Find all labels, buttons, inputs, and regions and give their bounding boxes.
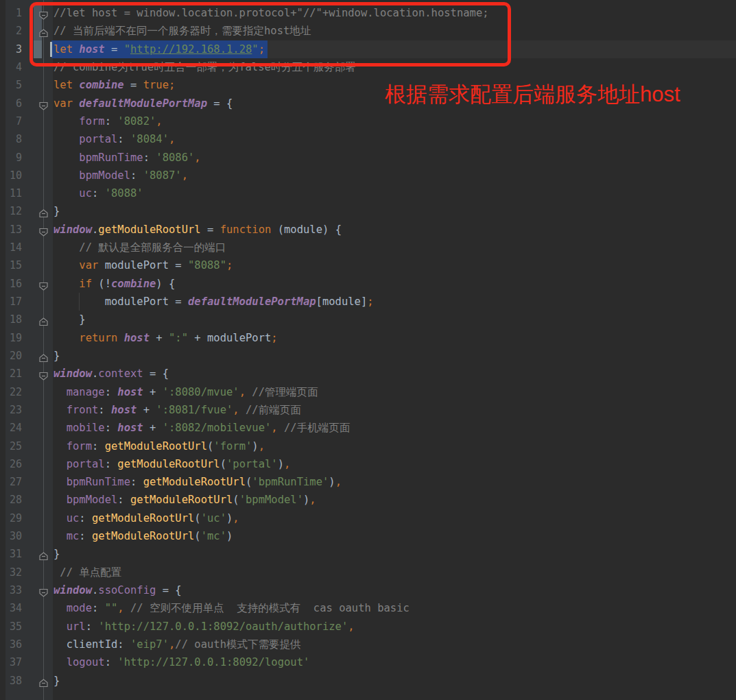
code-line[interactable]: 21window.context = { (0, 365, 736, 383)
code-text[interactable]: if (!combine) { (54, 275, 175, 293)
code-text[interactable]: window.context = { (54, 365, 169, 383)
code-text[interactable]: form: '8082', (54, 112, 163, 130)
code-line[interactable]: 35 url: 'http://127.0.0.1:8092/oauth/aut… (0, 618, 736, 636)
code-line[interactable]: 38} (0, 672, 736, 690)
token-gvar: host (79, 43, 104, 56)
code-line[interactable]: 3let host = "http://192.168.1.28"; (0, 40, 736, 58)
fold-end-icon[interactable] (38, 549, 49, 559)
code-text[interactable]: window.ssoConfig = { (54, 581, 182, 599)
code-text[interactable]: bpmModel: getModuleRootUrl('bpmModel'), (54, 491, 316, 509)
token-punc: ; (169, 79, 175, 91)
code-line[interactable]: 17 modulePort = defaultModulePortMap[mod… (0, 293, 736, 311)
code-text[interactable]: } (54, 672, 60, 690)
token-kw: let (54, 43, 79, 56)
code-line[interactable]: 36 clientId: 'eip7',// oauth模式下需要提供 (0, 636, 736, 653)
code-text[interactable]: mobile: host + ':8082/mobilevue', //手机端页… (54, 419, 350, 437)
code-line[interactable]: 30 mc: getModuleRootUrl('mc') (0, 527, 736, 545)
code-line[interactable]: 12} (0, 202, 736, 220)
line-number: 8 (0, 130, 22, 148)
code-text[interactable]: modulePort = defaultModulePortMap[module… (54, 293, 374, 311)
code-line[interactable]: 2// 当前后端不在同一个服务器时，需要指定host地址 (0, 22, 736, 40)
fold-end-icon[interactable] (38, 315, 49, 325)
code-line[interactable]: 7 form: '8082', (0, 112, 736, 130)
code-line[interactable]: 28 bpmModel: getModuleRootUrl('bpmModel'… (0, 491, 736, 509)
token-def: (! (98, 278, 111, 290)
token-gvar: combine (79, 79, 123, 91)
code-line[interactable]: 24 mobile: host + ':8082/mobilevue', //手… (0, 419, 736, 437)
code-text[interactable]: } (54, 202, 60, 220)
code-text[interactable]: bpmRunTime: getModuleRootUrl('bpmRunTime… (54, 473, 342, 491)
code-text[interactable]: uc: '8088' (54, 184, 143, 202)
code-line[interactable]: 1//let host = window.location.protocol+"… (0, 4, 736, 22)
token-str: 'mc' (201, 530, 226, 542)
code-text[interactable]: // 单点配置 (54, 564, 121, 581)
code-text[interactable]: bpmRunTime: '8086', (54, 149, 201, 167)
code-text[interactable]: // 当前后端不在同一个服务器时，需要指定host地址 (54, 22, 311, 40)
code-line[interactable]: 34 mode: "", // 空则不使用单点 支持的模式有 cas oauth… (0, 599, 736, 617)
code-text[interactable]: manage: host + ':8080/mvue', //管理端页面 (54, 383, 318, 401)
code-line[interactable]: 9 bpmRunTime: '8086', (0, 149, 736, 167)
fold-end-icon[interactable] (38, 206, 49, 217)
code-text[interactable]: // 默认是全部服务合一的端口 (54, 239, 226, 256)
fold-start-icon[interactable] (38, 586, 49, 596)
code-line[interactable]: 11 uc: '8088' (0, 184, 736, 202)
selected-text[interactable]: let host = "http://192.168.1.28"; (51, 40, 268, 58)
code-line[interactable]: 16 if (!combine) { (0, 275, 736, 293)
code-line[interactable]: 19 return host + ":" + modulePort; (0, 329, 736, 347)
code-text[interactable]: // combine为true时五合一部署，为false时分五个服务部署 (54, 58, 356, 76)
code-line[interactable]: 25 form: getModuleRootUrl('form'), (0, 437, 736, 455)
code-text[interactable]: let combine = true; (54, 76, 175, 94)
code-text[interactable]: uc: getModuleRootUrl('uc'), (54, 509, 239, 527)
code-text[interactable]: return host + ":" + modulePort; (54, 329, 278, 347)
code-text[interactable]: mode: "", // 空则不使用单点 支持的模式有 cas oauth ba… (54, 599, 409, 617)
token-str: 'http://127.0.0.1:8092/oauth/authorize' (98, 620, 348, 633)
fold-start-icon[interactable] (38, 8, 49, 19)
code-line[interactable]: 31} (0, 545, 736, 563)
fold-end-icon[interactable] (38, 676, 49, 686)
fold-start-icon[interactable] (38, 279, 49, 289)
code-line[interactable]: 23 front: host + ':8081/fvue', //前端页面 (0, 401, 736, 419)
code-line[interactable]: 27 bpmRunTime: getModuleRootUrl('bpmRunT… (0, 473, 736, 491)
code-line[interactable]: 8 portal: '8084', (0, 130, 736, 148)
token-def (54, 530, 67, 542)
code-text[interactable]: logout: 'http://127.0.0.1:8092/logout' (54, 653, 309, 671)
code-text[interactable]: bpmModel: '8087', (54, 167, 188, 184)
token-def (54, 332, 79, 344)
code-line[interactable]: 32 // 单点配置 (0, 564, 736, 581)
fold-end-icon[interactable] (38, 26, 49, 36)
code-line[interactable]: 20} (0, 347, 736, 365)
code-line[interactable]: 18 } (0, 311, 736, 328)
code-text[interactable]: var defaultModulePortMap = { (54, 95, 233, 112)
code-text[interactable]: } (54, 545, 60, 563)
code-line[interactable]: 15 var modulePort = "8088"; (0, 256, 736, 274)
code-line[interactable]: 13window.getModuleRootUrl = function (mo… (0, 221, 736, 239)
code-text[interactable]: } (54, 311, 86, 328)
fold-start-icon[interactable] (38, 369, 49, 379)
token-gvar: window (54, 584, 92, 596)
code-line[interactable]: 33window.ssoConfig = { (0, 581, 736, 599)
code-text[interactable]: url: 'http://127.0.0.1:8092/oauth/author… (54, 618, 355, 636)
token-punc: ; (367, 295, 373, 308)
fold-end-icon[interactable] (38, 351, 49, 361)
fold-start-icon[interactable] (38, 99, 49, 109)
code-line[interactable]: 22 manage: host + ':8080/mvue', //管理端页面 (0, 383, 736, 401)
code-line[interactable]: 37 logout: 'http://127.0.0.1:8092/logout… (0, 653, 736, 671)
code-line[interactable]: 10 bpmModel: '8087', (0, 167, 736, 184)
code-text[interactable]: form: getModuleRootUrl('form'), (54, 437, 265, 455)
code-text[interactable]: mc: getModuleRootUrl('mc') (54, 527, 233, 545)
code-line[interactable]: 14 // 默认是全部服务合一的端口 (0, 239, 736, 256)
code-line[interactable]: 26 portal: getModuleRootUrl('portal'), (0, 455, 736, 473)
code-text[interactable]: //let host = window.location.protocol+"/… (54, 4, 489, 22)
fold-start-icon[interactable] (38, 225, 49, 235)
code-text[interactable]: portal: '8084', (54, 130, 175, 148)
code-line[interactable]: 4// combine为true时五合一部署，为false时分五个服务部署 (0, 58, 736, 76)
code-text[interactable]: window.getModuleRootUrl = function (modu… (54, 221, 342, 239)
code-text[interactable]: } (54, 347, 60, 365)
code-text[interactable]: clientId: 'eip7',// oauth模式下需要提供 (54, 636, 301, 653)
code-text[interactable]: front: host + ':8081/fvue', //前端页面 (54, 401, 301, 419)
code-text[interactable]: var modulePort = "8088"; (54, 256, 233, 274)
token-def: = { (143, 367, 169, 380)
code-line[interactable]: 29 uc: getModuleRootUrl('uc'), (0, 509, 736, 527)
token-punc: , (239, 386, 246, 398)
code-text[interactable]: portal: getModuleRootUrl('portal'), (54, 455, 290, 473)
